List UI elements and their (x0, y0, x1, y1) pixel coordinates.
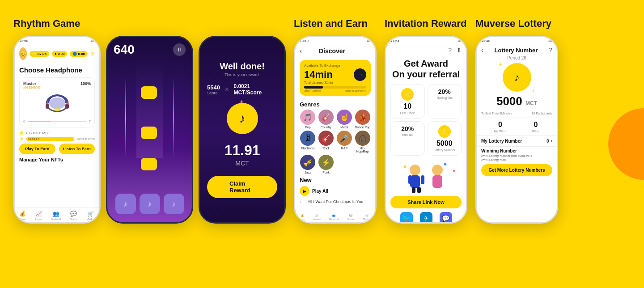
note-2 (141, 127, 157, 139)
listen-earn-section: Listen and Earn 13:19 ▪▪▪ ‹ Discover Ava… (294, 18, 377, 224)
p6-plus-tl: + (499, 61, 502, 68)
p4-back-btn[interactable]: ‹ (300, 47, 302, 55)
mct-icon: ⭐ (19, 131, 24, 135)
key-3[interactable]: ♪ (164, 194, 184, 214)
genre-metal-circle: 🤘 (337, 110, 352, 125)
slider-left: 6 (23, 119, 25, 123)
p4-referral-icon: 👥 (332, 214, 335, 217)
invest-icon: 📈 (35, 211, 42, 217)
hc-top-left: Master #938342003 (23, 81, 41, 89)
muverse-lottery-section: Muverse Lottery 13:40 ▪▪▪ ‹ Lottery Numb… (475, 18, 558, 224)
svg-rect-10 (421, 175, 424, 184)
nav-earn[interactable]: 💰Earn (19, 211, 26, 220)
genre-electronic[interactable]: 🎛 Electronic (300, 131, 316, 153)
p4-play-all[interactable]: ▶ Play All (295, 184, 375, 198)
play-all-btn[interactable]: ▶ (300, 186, 309, 196)
p4-nav-earn[interactable]: 💰Earn (299, 214, 305, 220)
p2-screen: 640 ⏸ ♪ ♪ ♪ (107, 37, 192, 222)
slider-right: 7 (89, 119, 91, 123)
help-btn[interactable]: ? (448, 47, 452, 54)
prog-label-left: 3min / 160min (304, 89, 321, 92)
genre-punk[interactable]: ⚡ Punk (318, 155, 335, 174)
p4-nav: 💰Earn 📈Invest 👥Referral 💬Social 🛒Market (295, 211, 375, 222)
p6-help-btn[interactable]: ? (549, 47, 552, 54)
nav-social[interactable]: 💬Social (70, 211, 77, 220)
genre-hiphop[interactable]: 🎧 Hip-Hop/Rap (354, 131, 371, 153)
play-to-earn-btn[interactable]: Play To Earn (19, 144, 55, 154)
p6-timer-label: To End Time 6Minutes (481, 112, 512, 115)
nav-earn-label: Earn (20, 218, 25, 220)
p6-signal: ▪▪▪ (548, 39, 552, 43)
p4-prog-fill (304, 86, 323, 89)
p3-screen: Well done! This is your reward. 5540 Sco… (200, 37, 284, 222)
nav-social-label: Social (70, 218, 77, 220)
genre-metal[interactable]: 🤘 Metal (336, 110, 353, 129)
coin3-icon: 🔵 (72, 52, 77, 56)
genre-hiphop-label: Hip-Hop/Rap (354, 147, 371, 153)
lottery-icon: ⭐ (438, 125, 451, 138)
hc-top: Master #938342003 100% (23, 81, 91, 89)
coin-badge-2: ● 0.00 (52, 51, 67, 57)
genre-dance-pop[interactable]: 💃 Dance Pop (354, 110, 371, 129)
get-more-lottery-btn[interactable]: Get More Lottery Numbers (481, 164, 552, 176)
add-icon[interactable]: ⊕ (90, 51, 95, 57)
pause-button[interactable]: ⏸ (173, 43, 186, 56)
p4-nav-market[interactable]: 🛒Market (363, 214, 371, 220)
reward-lottery: ⭐ 5000 Lottery Number (428, 121, 462, 156)
share-link-btn[interactable]: Share Link Now (390, 196, 462, 208)
genre-jazz[interactable]: 🎺 Jazz (300, 155, 316, 174)
first-trade-num: 10 (403, 102, 411, 110)
nav-invest[interactable]: 📈Invest (35, 211, 42, 220)
p6-stats-row: 0 No Win › 0 Win › (477, 118, 557, 136)
listen-earn-title: Listen and Earn (294, 18, 368, 30)
p1-screen: 12:50 ▪▪▪ 😊 ⭐ 87.05 ● 0.00 (15, 37, 99, 222)
p4-exchange-arrow[interactable]: → (354, 68, 366, 81)
p4-time-value-row: 14min → (304, 68, 366, 81)
svg-rect-14 (432, 175, 442, 188)
energy-val: 10.5/27.0 (28, 138, 39, 140)
svg-rect-9 (408, 175, 412, 184)
p3-coin-container: + ♪ + (227, 103, 258, 139)
phone-well-done: Well done! This is your reward. 5540 Sco… (199, 36, 286, 224)
p6-back-btn[interactable]: ‹ (481, 47, 483, 54)
listen-to-earn-btn[interactable]: Listen To Earn (59, 144, 95, 154)
claim-reward-btn[interactable]: Claim Reward (207, 176, 277, 198)
p6-my-num: 0 (547, 139, 549, 144)
genre-country[interactable]: 🎸 Country (318, 110, 335, 129)
p5-social-row: 🐦 ✈ 💬 (386, 210, 466, 224)
song-item-1[interactable]: 1 All I Want For Christmas Is You (295, 198, 375, 206)
genre-jazz-circle: 🎺 (300, 155, 315, 170)
telegram-icon[interactable]: ✈ (420, 212, 432, 224)
twitter-icon[interactable]: 🐦 (400, 212, 413, 224)
genre-rock[interactable]: 🎸 Rock (318, 131, 335, 153)
phone-muverse-lottery: 13:40 ▪▪▪ ‹ Lottery Number ? Period 26 +… (475, 36, 558, 224)
p4-nav-invest[interactable]: 📈Invest (314, 214, 321, 220)
p4-social-label: Social (347, 218, 354, 220)
phone-invitation-reward: 11:54 ▪▪▪ ? ⬆ Get AwardOn your referral … (385, 36, 467, 224)
p6-plus-br: + (532, 89, 535, 93)
nav-market[interactable]: 🛒Market (86, 211, 94, 220)
p4-nav-referral[interactable]: 👥Referral (329, 214, 339, 220)
trading-tax-label: Trading Tax (436, 96, 453, 99)
headphone-card[interactable]: Master #938342003 100% (19, 77, 95, 127)
nav-referral-label: Referral (51, 218, 61, 220)
nav-referral[interactable]: 👥Referral (51, 211, 61, 220)
song-title-1: All I Want For Christmas Is You (308, 199, 363, 204)
share-icon-btn[interactable]: ⬆ (456, 47, 462, 54)
hc-slider[interactable] (28, 121, 86, 122)
p3-score-row: 5540 Score × 0.0021 MCT/Score (207, 83, 277, 96)
p5-time: 11:54 (390, 39, 399, 43)
key-2[interactable]: ♪ (140, 194, 160, 214)
p6-no-win-text: No Win (494, 130, 504, 133)
genre-rnb[interactable]: 🎤 R&B (336, 131, 353, 153)
svg-point-7 (410, 165, 420, 175)
discord-icon[interactable]: 💬 (440, 212, 452, 224)
p4-nav-social[interactable]: 💬Social (347, 214, 354, 220)
market-icon: 🛒 (87, 211, 94, 217)
p4-new-title: New (295, 174, 375, 184)
key-1[interactable]: ♪ (115, 194, 136, 214)
svg-point-3 (49, 97, 65, 109)
svg-point-6 (55, 108, 60, 111)
genre-pop[interactable]: 🎵 Pop (300, 110, 316, 129)
p6-no-win-num: 0 (498, 121, 502, 129)
